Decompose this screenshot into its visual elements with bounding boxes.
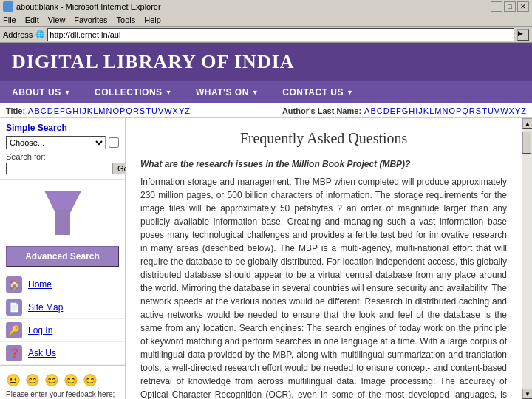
nav-about-us[interactable]: About Us ▼: [0, 81, 83, 103]
menu-file[interactable]: File: [3, 16, 16, 24]
author-alpha-Q[interactable]: Q: [462, 106, 468, 115]
author-alpha-K[interactable]: K: [423, 106, 429, 115]
title-alpha-E[interactable]: E: [54, 106, 59, 115]
feedback-face-2[interactable]: 😊: [25, 373, 40, 387]
address-input[interactable]: [47, 28, 514, 41]
title-alpha-V[interactable]: V: [158, 106, 163, 115]
title-alpha-B[interactable]: B: [34, 106, 39, 115]
nav-collections-label: Collections: [95, 87, 163, 98]
author-alpha-I[interactable]: I: [415, 106, 417, 115]
author-alpha-C[interactable]: C: [377, 106, 383, 115]
search-input[interactable]: [6, 163, 109, 174]
menu-tools[interactable]: Tools: [117, 16, 136, 24]
simple-search-link[interactable]: Simple Search: [6, 123, 67, 133]
title-alpha-I[interactable]: I: [79, 106, 81, 115]
author-alpha-L[interactable]: L: [429, 106, 434, 115]
scroll-up-button[interactable]: ▲: [522, 118, 532, 129]
title-alpha-K[interactable]: K: [87, 106, 92, 115]
author-alpha-X[interactable]: X: [509, 106, 514, 115]
faq-answer: Information storage and management: The …: [140, 175, 507, 399]
alpha-bar: Title: A B C D E F G H I J K L M N O P Q…: [0, 103, 532, 118]
nav-whats-on-arrow: ▼: [252, 89, 259, 96]
author-alpha-E[interactable]: E: [390, 106, 395, 115]
close-button[interactable]: ✕: [517, 1, 529, 12]
author-alpha-V[interactable]: V: [494, 106, 499, 115]
title-alpha-A[interactable]: A: [28, 106, 33, 115]
author-alpha-Y[interactable]: Y: [515, 106, 520, 115]
title-alpha-P[interactable]: P: [120, 106, 125, 115]
svg-marker-1: [44, 191, 81, 209]
author-alpha-G[interactable]: G: [402, 106, 409, 115]
title-alpha-N[interactable]: N: [106, 106, 112, 115]
title-alpha-S[interactable]: S: [140, 106, 145, 115]
choose-checkbox[interactable]: [109, 137, 119, 148]
scroll-down-button[interactable]: ▼: [522, 389, 532, 399]
author-alpha-J[interactable]: J: [418, 106, 423, 115]
title-alpha-U[interactable]: U: [151, 106, 157, 115]
advanced-search-button[interactable]: Advanced Search: [6, 246, 119, 267]
sidebar-nav-sitemap[interactable]: 📄 Site Map: [0, 296, 125, 319]
home-icon: 🏠: [6, 276, 22, 293]
title-alpha-X[interactable]: X: [173, 106, 178, 115]
author-alpha-O[interactable]: O: [449, 106, 455, 115]
menu-help[interactable]: Help: [144, 16, 161, 24]
choose-select[interactable]: Choose...: [6, 136, 106, 149]
address-go-button[interactable]: ▶: [517, 29, 529, 41]
author-alpha-D[interactable]: D: [383, 106, 389, 115]
feedback-face-1[interactable]: 😐: [6, 373, 21, 387]
maximize-button[interactable]: □: [504, 1, 516, 12]
title-alpha-D[interactable]: D: [47, 106, 53, 115]
scroll-thumb[interactable]: [522, 132, 531, 154]
title-alpha-M[interactable]: M: [98, 106, 105, 115]
title-alpha-L[interactable]: L: [93, 106, 98, 115]
nav-collections[interactable]: Collections ▼: [83, 81, 184, 103]
menu-edit[interactable]: Edit: [25, 16, 39, 24]
title-alpha-Y[interactable]: Y: [179, 106, 184, 115]
author-alpha-N[interactable]: N: [442, 106, 448, 115]
sidebar-nav-askus[interactable]: ❓ Ask Us: [0, 342, 125, 365]
nav-whats-on[interactable]: What's On ▼: [184, 81, 270, 103]
author-alpha-A[interactable]: A: [364, 106, 369, 115]
search-for-label: Search for:: [6, 152, 119, 161]
sidebar-nav-login[interactable]: 🔑 Log In: [0, 319, 125, 342]
title-alpha-H[interactable]: H: [72, 106, 78, 115]
title-alpha-W[interactable]: W: [164, 106, 171, 115]
title-alpha-Z[interactable]: Z: [185, 106, 190, 115]
sidebar-nav: 🏠 Home 📄 Site Map 🔑 Log In ❓ Ask Us: [0, 273, 125, 365]
author-alpha-F[interactable]: F: [396, 106, 401, 115]
author-alpha-Z[interactable]: Z: [521, 106, 526, 115]
menu-favorites[interactable]: Favorites: [74, 16, 107, 24]
author-alpha-W[interactable]: W: [500, 106, 508, 115]
sidebar-home-label: Home: [28, 279, 52, 290]
feedback-face-4[interactable]: 😊: [64, 373, 78, 387]
author-alpha-M[interactable]: M: [434, 106, 441, 115]
feedback-text: Please enter your feedback here; include…: [6, 390, 119, 399]
main-area: Simple Search Choose... Search for: Go A…: [0, 118, 532, 399]
author-alpha-B[interactable]: B: [370, 106, 375, 115]
title-alpha-Q[interactable]: Q: [126, 106, 132, 115]
title-alpha-C[interactable]: C: [41, 106, 47, 115]
title-alpha-J[interactable]: J: [82, 106, 86, 115]
title-alpha-F[interactable]: F: [60, 106, 65, 115]
feedback-face-3[interactable]: 😊: [44, 373, 59, 387]
feedback-face-5[interactable]: 😊: [83, 373, 98, 387]
title-alpha-G[interactable]: G: [66, 106, 72, 115]
title-bar-buttons: _ □ ✕: [491, 1, 529, 12]
title-alpha-T[interactable]: T: [146, 106, 151, 115]
author-alpha-T[interactable]: T: [482, 106, 487, 115]
feedback-section: 😐 😊 😊 😊 😊 Please enter your feedback her…: [0, 365, 125, 399]
nav-contact-us[interactable]: Contact Us ▼: [270, 81, 365, 103]
author-alpha-R[interactable]: R: [469, 106, 475, 115]
title-alpha-label: Title:: [6, 106, 25, 115]
simple-search-section: Simple Search Choose... Search for: Go: [0, 118, 125, 180]
author-alpha-P[interactable]: P: [456, 106, 461, 115]
window-title: about:blank - Microsoft Internet Explore…: [16, 2, 161, 11]
title-alpha-O[interactable]: O: [112, 106, 119, 115]
author-alpha-H[interactable]: H: [409, 106, 415, 115]
title-alpha-R[interactable]: R: [133, 106, 139, 115]
menu-view[interactable]: View: [48, 16, 66, 24]
minimize-button[interactable]: _: [491, 1, 502, 12]
author-alpha-S[interactable]: S: [476, 106, 481, 115]
sidebar-nav-home[interactable]: 🏠 Home: [0, 273, 125, 296]
author-alpha-U[interactable]: U: [488, 106, 494, 115]
